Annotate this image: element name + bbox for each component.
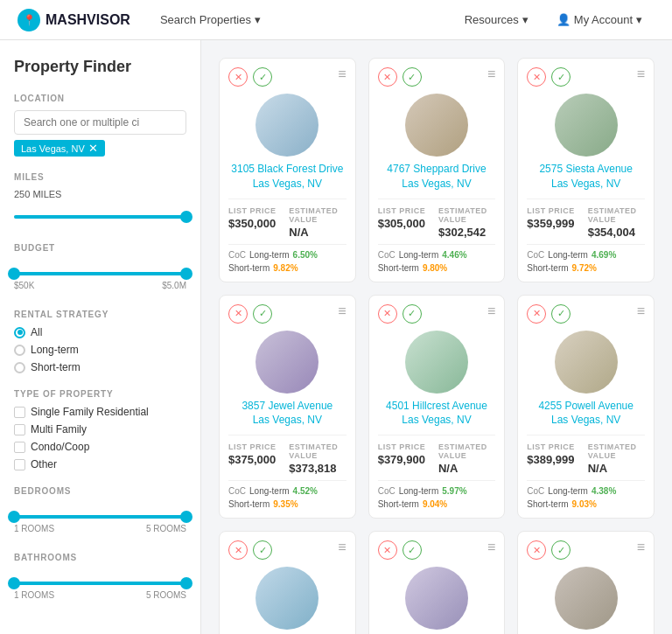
dislike-button[interactable]: ✕ xyxy=(378,540,397,560)
coc-label: CoC xyxy=(378,250,396,260)
longterm-rate: 4.69% xyxy=(592,250,616,260)
like-button[interactable]: ✓ xyxy=(253,304,272,324)
like-button[interactable]: ✓ xyxy=(402,540,422,560)
property-grid: ✕ ✓ ≡ 3105 Black Forest DriveLas Vegas, … xyxy=(219,58,654,634)
rental-radio-group: All Long-term Short-term xyxy=(14,326,186,373)
dislike-button[interactable]: ✕ xyxy=(228,67,248,87)
card-menu-button[interactable]: ≡ xyxy=(637,540,645,554)
property-image xyxy=(405,567,468,630)
like-button[interactable]: ✓ xyxy=(402,67,422,87)
property-card: ✕ ✓ ≡ 5229 Longridge AvenueLas Vegas, NV… xyxy=(368,531,506,634)
page-title: Property Finder xyxy=(14,58,186,76)
nav-resources[interactable]: Resources ▾ xyxy=(452,0,541,40)
estimated-value-col: ESTIMATED VALUE N/A xyxy=(588,442,645,475)
card-menu-button[interactable]: ≡ xyxy=(487,540,495,554)
type-single-family[interactable]: Single Family Residential xyxy=(14,406,186,418)
property-card: ✕ ✓ ≡ 4255 Powell AvenueLas Vegas, NV LI… xyxy=(517,295,654,519)
nav-search-properties[interactable]: Search Properties ▾ xyxy=(148,0,273,40)
shortterm-rate: 9.03% xyxy=(572,499,597,509)
estimated-value-col: ESTIMATED VALUE $373,818 xyxy=(289,442,346,475)
shortterm-rate: 9.04% xyxy=(423,499,447,509)
budget-slider[interactable]: $50K $5.0M xyxy=(14,260,186,294)
longterm-label: Long-term xyxy=(249,486,290,496)
type-multi-family[interactable]: Multi Family xyxy=(14,423,186,435)
card-menu-button[interactable]: ≡ xyxy=(637,67,645,81)
longterm-rate: 5.97% xyxy=(442,486,466,496)
rental-option-shortterm[interactable]: Short-term xyxy=(14,361,186,373)
longterm-rate: 4.38% xyxy=(592,486,616,496)
property-name[interactable]: 4767 Sheppard DriveLas Vegas, NV xyxy=(378,162,496,192)
card-menu-button[interactable]: ≡ xyxy=(338,304,346,318)
location-input[interactable] xyxy=(14,110,186,135)
property-name[interactable]: 2575 Siesta AvenueLas Vegas, NV xyxy=(527,162,645,192)
bathrooms-filter: BATHROOMS 1 ROOMS 5 ROOMS xyxy=(14,553,186,603)
page-layout: Property Finder LOCATION Las Vegas, NV ✕… xyxy=(0,40,672,634)
estimated-value-label: ESTIMATED VALUE xyxy=(438,442,495,460)
card-actions: ✕ ✓ xyxy=(228,304,272,324)
shortterm-rate: 9.80% xyxy=(423,263,447,273)
estimated-value-col: ESTIMATED VALUE $354,004 xyxy=(588,206,645,239)
shortterm-label: Short-term xyxy=(527,499,568,509)
dislike-button[interactable]: ✕ xyxy=(228,304,248,324)
dislike-button[interactable]: ✕ xyxy=(527,304,546,324)
card-menu-button[interactable]: ≡ xyxy=(487,67,495,81)
like-button[interactable]: ✓ xyxy=(253,540,272,560)
property-name[interactable]: 4255 Powell AvenueLas Vegas, NV xyxy=(527,399,645,428)
like-button[interactable]: ✓ xyxy=(551,67,570,87)
card-actions: ✕ ✓ xyxy=(228,67,272,87)
budget-min: $50K xyxy=(14,281,34,290)
property-card: ✕ ✓ ≡ 2575 Siesta AvenueLas Vegas, NV LI… xyxy=(517,58,654,282)
card-header: ✕ ✓ ≡ xyxy=(527,67,645,87)
shortterm-rate: 9.72% xyxy=(572,263,597,273)
remove-tag-button[interactable]: ✕ xyxy=(88,143,98,154)
card-actions: ✕ ✓ xyxy=(527,304,570,324)
type-other[interactable]: Other xyxy=(14,458,186,470)
list-price-col: LIST PRICE $375,000 xyxy=(228,442,285,475)
property-name[interactable]: 3105 Black Forest DriveLas Vegas, NV xyxy=(228,162,346,192)
property-name[interactable]: 4501 Hillcrest AvenueLas Vegas, NV xyxy=(378,399,496,428)
property-type-label: TYPE OF PROPERTY xyxy=(14,389,186,399)
shortterm-label: Short-term xyxy=(378,499,419,509)
dislike-button[interactable]: ✕ xyxy=(228,540,248,560)
list-price-col: LIST PRICE $379,900 xyxy=(378,442,435,475)
card-menu-button[interactable]: ≡ xyxy=(338,67,346,81)
dislike-button[interactable]: ✕ xyxy=(378,67,397,87)
property-name[interactable]: 3857 Jewel AvenueLas Vegas, NV xyxy=(228,399,346,428)
like-button[interactable]: ✓ xyxy=(253,67,272,87)
bedrooms-slider[interactable]: 1 ROOMS 5 ROOMS xyxy=(14,503,186,537)
estimated-value-label: ESTIMATED VALUE xyxy=(289,206,346,224)
rental-option-all[interactable]: All xyxy=(14,326,186,338)
nav-account[interactable]: 👤 My Account ▾ xyxy=(544,0,654,40)
list-price-label: LIST PRICE xyxy=(527,442,584,451)
property-card: ✕ ✓ ≡ 4300 Evergreen PlaceLas Vegas, NV … xyxy=(219,531,356,634)
property-card: ✕ ✓ ≡ 3857 Jewel AvenueLas Vegas, NV LIS… xyxy=(219,295,356,519)
dislike-button[interactable]: ✕ xyxy=(378,304,397,324)
card-menu-button[interactable]: ≡ xyxy=(338,540,346,554)
like-button[interactable]: ✓ xyxy=(551,304,570,324)
longterm-label: Long-term xyxy=(399,486,439,496)
list-price-label: LIST PRICE xyxy=(378,206,435,215)
rental-option-longterm[interactable]: Long-term xyxy=(14,344,186,356)
card-actions: ✕ ✓ xyxy=(378,540,422,560)
list-price-col: LIST PRICE $359,999 xyxy=(527,206,584,239)
radio-shortterm xyxy=(14,362,25,373)
estimated-value-value: N/A xyxy=(438,462,495,475)
bedrooms-min: 1 ROOMS xyxy=(14,524,54,533)
estimated-value-value: N/A xyxy=(289,226,346,239)
card-header: ✕ ✓ ≡ xyxy=(527,304,645,324)
card-header: ✕ ✓ ≡ xyxy=(378,304,496,324)
card-menu-button[interactable]: ≡ xyxy=(637,304,645,318)
bathrooms-slider[interactable]: 1 ROOMS 5 ROOMS xyxy=(14,569,186,603)
type-condo[interactable]: Condo/Coop xyxy=(14,441,186,453)
estimated-value-label: ESTIMATED VALUE xyxy=(289,442,346,460)
like-button[interactable]: ✓ xyxy=(551,540,570,560)
dislike-button[interactable]: ✕ xyxy=(527,67,546,87)
chevron-down-icon: ▾ xyxy=(636,13,642,26)
radio-all xyxy=(14,327,25,338)
dislike-button[interactable]: ✕ xyxy=(527,540,546,560)
miles-slider[interactable] xyxy=(14,203,186,227)
card-menu-button[interactable]: ≡ xyxy=(487,304,495,318)
bathrooms-max: 5 ROOMS xyxy=(146,590,186,600)
price-row: LIST PRICE $359,999 ESTIMATED VALUE $354… xyxy=(527,199,645,239)
like-button[interactable]: ✓ xyxy=(402,304,422,324)
